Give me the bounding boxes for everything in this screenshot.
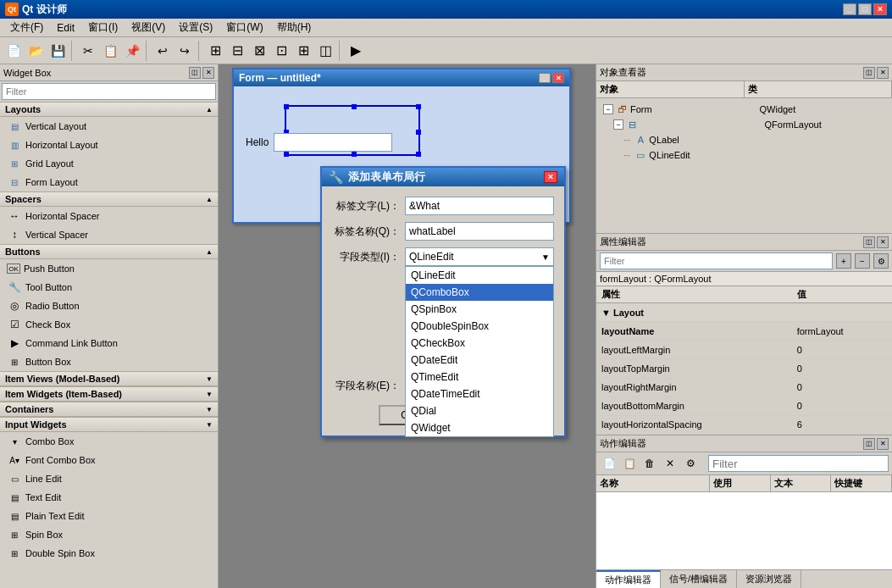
- dropdown-item-0[interactable]: QLineEdit: [406, 267, 553, 284]
- widget-command-link[interactable]: ▶ Command Link Button: [0, 334, 218, 352]
- form-window-title-bar[interactable]: Form — untitled* _ ✕: [234, 69, 569, 86]
- widget-double-spin-box[interactable]: ⊞ Double Spin Box: [0, 544, 218, 563]
- action-delete[interactable]: 🗑: [640, 454, 659, 473]
- toolbar-preview[interactable]: ▶: [346, 41, 366, 61]
- widget-box-float[interactable]: ◫: [189, 67, 201, 79]
- object-inspector-tree[interactable]: − 🗗 Form QWidget − ⊟ QFormLayout ···: [596, 98, 892, 233]
- menu-help[interactable]: 帮助(H): [270, 19, 319, 36]
- prop-topmargin-value[interactable]: 0: [792, 359, 892, 378]
- form-close[interactable]: ✕: [552, 73, 564, 83]
- action-copy[interactable]: 📋: [620, 454, 639, 473]
- dropdown-item-6[interactable]: QTimeEdit: [406, 369, 553, 386]
- add-form-row-dialog[interactable]: 🔧 添加表单布局行 ✕ 标签文字(L)： 标签名称(Q)：: [320, 166, 566, 437]
- close-button[interactable]: ✕: [873, 3, 887, 15]
- widget-text-edit[interactable]: ▤ Text Edit: [0, 488, 218, 507]
- toolbar-layout-grid[interactable]: ⊠: [249, 41, 269, 61]
- prop-add-btn[interactable]: +: [836, 253, 851, 269]
- minimize-button[interactable]: _: [843, 3, 856, 15]
- action-settings[interactable]: ⚙: [681, 454, 700, 473]
- widget-combo-box[interactable]: ▾ Combo Box: [0, 432, 218, 451]
- handle-bm[interactable]: [352, 152, 357, 157]
- toolbar-layout-form[interactable]: ⊡: [271, 41, 291, 61]
- prop-row-layoutname[interactable]: layoutName formLayout: [596, 322, 892, 341]
- handle-tr[interactable]: [416, 104, 421, 109]
- field-type-dropdown-list[interactable]: QLineEdit QComboBox QSpinBox QDoubleSpin…: [405, 266, 554, 437]
- widget-horizontal-layout[interactable]: ▥ Horizontal Layout: [0, 136, 218, 154]
- toolbar-undo[interactable]: ↩: [152, 41, 173, 61]
- category-item-views[interactable]: Item Views (Model-Based) ▼: [0, 371, 218, 386]
- prop-row-leftmargin[interactable]: layoutLeftMargin 0: [596, 341, 892, 359]
- menu-window2[interactable]: 窗口(W): [219, 19, 269, 36]
- form-designer-area[interactable]: Form — untitled* _ ✕: [219, 64, 596, 588]
- widget-tool-button[interactable]: 🔧 Tool Button: [0, 278, 218, 297]
- property-editor-close[interactable]: ✕: [877, 236, 889, 248]
- widget-grid-layout[interactable]: ⊞ Grid Layout: [0, 154, 218, 173]
- handle-bl[interactable]: [284, 152, 289, 157]
- prop-rightmargin-value[interactable]: 0: [792, 378, 892, 397]
- toolbar-cut[interactable]: ✂: [78, 41, 98, 61]
- prop-row-topmargin[interactable]: layoutTopMargin 0: [596, 359, 892, 378]
- tree-row-form[interactable]: − 🗗 Form QWidget: [600, 102, 889, 117]
- action-config[interactable]: ✕: [661, 454, 679, 473]
- dialog-label-text-input[interactable]: [405, 197, 554, 215]
- handle-tl[interactable]: [284, 104, 289, 109]
- menu-edit[interactable]: Edit: [50, 20, 81, 36]
- widget-form-layout[interactable]: ⊟ Form Layout: [0, 173, 218, 191]
- prop-layoutname-value[interactable]: formLayout: [792, 322, 892, 341]
- maximize-button[interactable]: □: [858, 3, 872, 15]
- dialog-label-name-input[interactable]: [405, 222, 554, 241]
- handle-br[interactable]: [416, 152, 421, 157]
- menu-file[interactable]: 文件(F): [3, 19, 50, 36]
- form-text-input[interactable]: [274, 133, 392, 152]
- toolbar-paste[interactable]: 📌: [122, 41, 142, 61]
- menu-window1[interactable]: 窗口(I): [81, 19, 125, 36]
- tab-action-editor[interactable]: 动作编辑器: [596, 570, 661, 588]
- dropdown-item-7[interactable]: QDateTimeEdit: [406, 386, 553, 402]
- handle-tm[interactable]: [352, 104, 357, 109]
- action-new[interactable]: 📄: [600, 454, 618, 473]
- menu-view[interactable]: 视图(V): [125, 19, 172, 36]
- action-editor-float[interactable]: ◫: [863, 438, 875, 450]
- dropdown-item-2[interactable]: QSpinBox: [406, 301, 553, 318]
- action-table-body[interactable]: [596, 492, 892, 569]
- prop-hspacing-value[interactable]: 6: [792, 415, 892, 434]
- action-editor-close[interactable]: ✕: [877, 438, 889, 450]
- handle-mr[interactable]: [416, 130, 421, 135]
- prop-row-hspacing[interactable]: layoutHorizontalSpacing 6: [596, 415, 892, 434]
- widget-button-box[interactable]: ⊞ Button Box: [0, 352, 218, 371]
- widget-spin-box[interactable]: ⊞ Spin Box: [0, 525, 218, 544]
- property-filter-input[interactable]: [600, 252, 833, 269]
- prop-bottommargin-value[interactable]: 0: [792, 397, 892, 415]
- tab-resource-browser[interactable]: 资源浏览器: [737, 570, 801, 588]
- dropdown-item-4[interactable]: QCheckBox: [406, 335, 553, 352]
- prop-config-btn[interactable]: ⚙: [873, 253, 889, 269]
- widget-box-close[interactable]: ✕: [202, 67, 214, 79]
- category-buttons[interactable]: Buttons ▲: [0, 244, 218, 259]
- prop-remove-btn[interactable]: −: [855, 253, 870, 269]
- dropdown-item-8[interactable]: QDial: [406, 402, 553, 419]
- object-inspector-float[interactable]: ◫: [863, 67, 875, 79]
- dialog-field-type-dropdown[interactable]: QLineEdit ▼: [405, 247, 554, 266]
- toolbar-break-layout[interactable]: ⊞: [293, 41, 313, 61]
- prop-leftmargin-value[interactable]: 0: [792, 341, 892, 359]
- tree-row-qlineedit[interactable]: ··· ▭ QLineEdit: [600, 147, 889, 163]
- toolbar-copy[interactable]: 📋: [100, 41, 120, 61]
- widget-plain-text-edit[interactable]: ▤ Plain Text Edit: [0, 507, 218, 525]
- menu-settings[interactable]: 设置(S): [172, 19, 219, 36]
- tree-row-qlabel[interactable]: ··· A QLabel: [600, 132, 889, 147]
- prop-row-bottommargin[interactable]: layoutBottomMargin 0: [596, 397, 892, 415]
- formlayout-expand-icon[interactable]: −: [613, 119, 623, 130]
- dropdown-item-9[interactable]: QWidget: [406, 419, 553, 436]
- tab-signal-slot[interactable]: 信号/槽编辑器: [661, 570, 737, 588]
- dropdown-item-3[interactable]: QDoubleSpinBox: [406, 318, 553, 335]
- category-layouts[interactable]: Layouts ▲: [0, 102, 218, 117]
- widget-vertical-spacer[interactable]: ↕ Vertical Spacer: [0, 225, 218, 244]
- toolbar-open[interactable]: 📂: [25, 41, 46, 61]
- category-input-widgets[interactable]: Input Widgets ▼: [0, 417, 218, 432]
- widget-horizontal-spacer[interactable]: ↔ Horizontal Spacer: [0, 207, 218, 225]
- toolbar-save[interactable]: 💾: [47, 41, 68, 61]
- widget-box-filter-input[interactable]: [2, 83, 216, 100]
- dropdown-item-5[interactable]: QDateEdit: [406, 352, 553, 369]
- toolbar-layout-h[interactable]: ⊞: [205, 41, 225, 61]
- widget-check-box[interactable]: ☑ Check Box: [0, 315, 218, 334]
